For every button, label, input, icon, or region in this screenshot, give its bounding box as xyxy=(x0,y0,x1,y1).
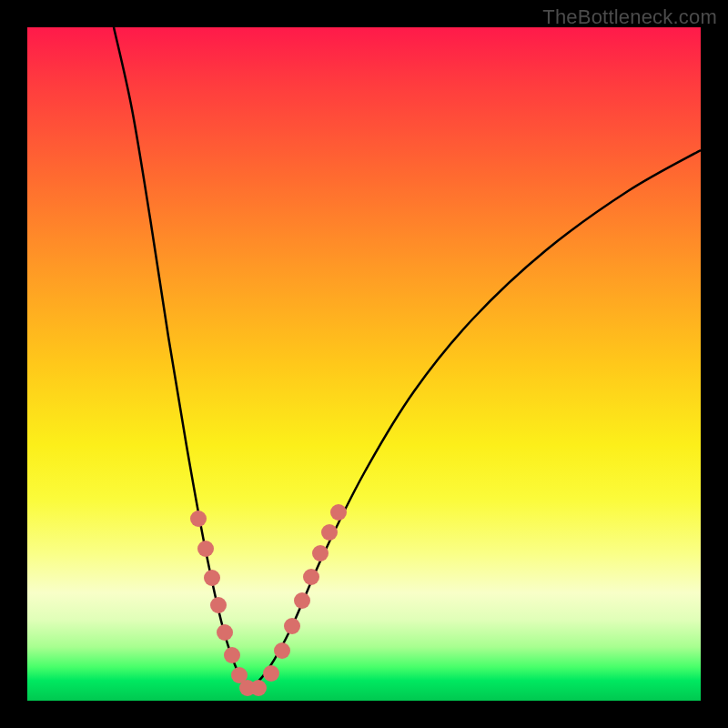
overlay-dot xyxy=(224,647,240,663)
overlay-dot xyxy=(190,511,207,527)
overlay-dot xyxy=(274,642,290,659)
overlay-dot xyxy=(294,592,310,609)
overlay-dot xyxy=(210,597,227,613)
dotted-overlay xyxy=(190,504,347,696)
watermark-text: TheBottleneck.com xyxy=(542,5,717,29)
overlay-dot xyxy=(303,569,319,585)
left-branch-curve xyxy=(114,27,250,690)
overlay-dot xyxy=(197,541,214,557)
overlay-dot xyxy=(330,504,347,521)
overlay-dot xyxy=(217,624,233,641)
right-branch-curve xyxy=(250,150,701,690)
overlay-dot xyxy=(312,545,329,561)
overlay-dot xyxy=(284,618,300,634)
overlay-dot xyxy=(263,665,279,682)
curves-svg xyxy=(0,0,728,728)
overlay-dot xyxy=(250,680,267,696)
overlay-dot xyxy=(321,524,338,541)
overlay-dot xyxy=(204,570,220,586)
